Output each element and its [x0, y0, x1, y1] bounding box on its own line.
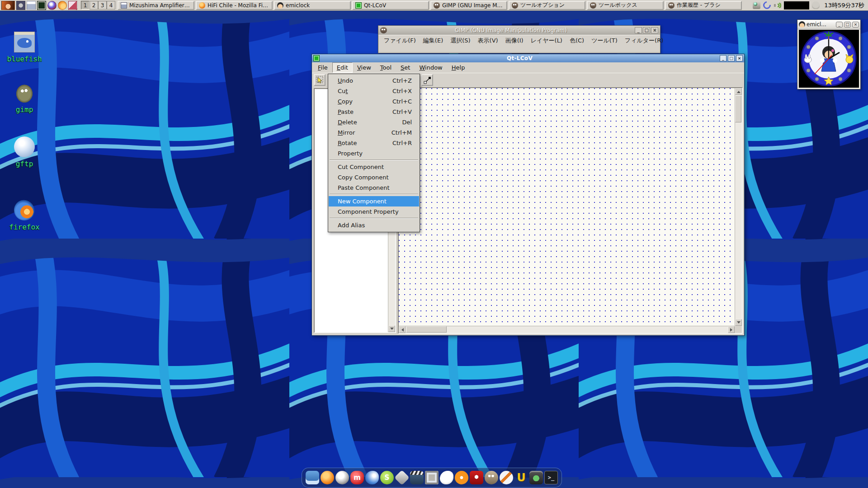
menu-item-undo[interactable]: UndoCtrl+Z — [329, 75, 419, 86]
blob-launcher-icon[interactable] — [16, 1, 25, 10]
workspace-1[interactable]: 1 — [81, 1, 90, 9]
gimp-menu-r[interactable]: フィルター(R) — [621, 35, 667, 46]
line-wire-tool-button[interactable] — [421, 74, 433, 86]
volume-icon[interactable] — [774, 1, 781, 9]
dock-icon-gimp[interactable] — [485, 471, 498, 484]
dock-icon-inkscape[interactable] — [394, 470, 410, 485]
menu-item-component-property[interactable]: Component Property — [329, 206, 419, 217]
dock-icon-screen[interactable] — [425, 471, 439, 484]
gimp-minimize-button[interactable]: _ — [635, 27, 642, 33]
menu-item-new-component[interactable]: New Component — [329, 196, 419, 206]
tray-black-panel[interactable] — [784, 1, 809, 9]
dock-icon-globe[interactable] — [335, 471, 349, 484]
gimp-menu-s[interactable]: 選択(S) — [447, 35, 474, 46]
gimp-menu-e[interactable]: 編集(E) — [420, 35, 447, 46]
qt-menu-window[interactable]: Window — [415, 62, 447, 73]
gimp-menu-i[interactable]: 画像(I) — [502, 35, 527, 46]
canvas-horizontal-scrollbar[interactable] — [399, 326, 735, 333]
qt-menu-file[interactable]: File — [313, 62, 332, 73]
workspace-2[interactable]: 2 — [90, 1, 98, 9]
qt-titlebar[interactable]: Qt-LCoV _ □ × — [312, 54, 744, 62]
dock-icon-skype[interactable]: S — [380, 471, 394, 484]
taskbar-button-[interactable]: ツールオプション — [509, 1, 585, 10]
qt-close-button[interactable]: × — [736, 55, 743, 61]
menu-item-add-alias[interactable]: Add Alias — [329, 220, 419, 230]
desktop-icon-gimp[interactable]: gimp — [2, 82, 47, 114]
menu-item-copy-component[interactable]: Copy Component — [329, 172, 419, 183]
menu-item-delete[interactable]: DeleteDel — [329, 117, 419, 127]
gimp-maximize-button[interactable]: □ — [643, 27, 650, 33]
dock-icon-paintbrush[interactable] — [500, 471, 513, 484]
dock-icon-bluefish[interactable] — [365, 471, 379, 484]
taskbar-button-gimp-gnu-image-mani[interactable]: GIMP (GNU Image Mani... — [430, 1, 507, 10]
canvas-vertical-scrollbar[interactable] — [735, 88, 742, 326]
qt-maximize-button[interactable]: □ — [728, 55, 735, 61]
canvas-hscroll-thumb[interactable] — [406, 326, 447, 333]
notification-icon[interactable] — [812, 1, 820, 9]
pointer-select-tool-button[interactable] — [314, 74, 326, 86]
gimp-menu-f[interactable]: ファイル(F) — [380, 35, 420, 46]
taskbar-button-[interactable]: ツールボックス — [587, 1, 664, 10]
gimp-close-button[interactable]: × — [651, 27, 658, 33]
canvas-dot-grid[interactable] — [399, 88, 735, 326]
menu-item-property[interactable]: Property — [329, 148, 419, 159]
qt-menu-set[interactable]: Set — [396, 62, 415, 73]
window-launcher-icon[interactable] — [27, 1, 36, 10]
start-launcher-icon[interactable] — [1, 1, 15, 10]
package-launcher-icon[interactable] — [68, 1, 77, 10]
dock-icon-clapperboard[interactable] — [410, 471, 424, 484]
qt-lcov-window[interactable]: Qt-LCoV _ □ × FileEditViewToolSetWindowH… — [311, 54, 745, 336]
gimp-window[interactable]: GIMP (GNU Image Manipulation Program) _ … — [378, 25, 660, 53]
emiclock-maximize-button[interactable]: □ — [844, 22, 851, 28]
input-method-icon[interactable] — [753, 1, 760, 9]
panel-scroll-down-button[interactable] — [388, 325, 395, 332]
taskbar-button-qt-lcov[interactable]: Qt-LCoV — [352, 1, 429, 10]
workspace-3[interactable]: 3 — [98, 1, 107, 9]
gimp-titlebar[interactable]: GIMP (GNU Image Manipulation Program) _ … — [378, 26, 660, 35]
taskbar-button-[interactable]: 作業履歴 - ブラシ — [665, 1, 742, 10]
dock-icon-drawer[interactable] — [306, 471, 319, 484]
gimp-menu-c[interactable]: 色(C) — [566, 35, 588, 46]
menu-item-mirror[interactable]: MirrorCtrl+M — [329, 127, 419, 138]
firefox-launcher-icon[interactable] — [58, 1, 67, 10]
menu-item-cut-component[interactable]: Cut Component — [329, 162, 419, 172]
planet-launcher-icon[interactable] — [47, 1, 57, 10]
schematic-canvas[interactable] — [398, 87, 743, 334]
dock-icon-mplayer[interactable]: m — [350, 471, 364, 484]
scim-swirl-icon[interactable] — [762, 0, 773, 10]
taskbar-button-hifi-chile-mozilla-fir[interactable]: HiFi Chile - Mozilla Fir... — [196, 1, 273, 10]
canvas-scroll-up-button[interactable] — [735, 88, 742, 95]
gimp-menu-l[interactable]: レイヤー(L) — [527, 35, 566, 46]
dock-icon-acrobat[interactable] — [470, 471, 483, 484]
emiclock-window[interactable]: emicl... _ □ × — [797, 19, 861, 89]
taskbar-button-emiclock[interactable]: emiclock — [274, 1, 351, 10]
qt-menu-tool[interactable]: Tool — [376, 62, 396, 73]
menu-item-cut[interactable]: CutCtrl+X — [329, 86, 419, 96]
gimp-menu-t[interactable]: ツール(T) — [588, 35, 621, 46]
menu-item-copy[interactable]: CopyCtrl+C — [329, 96, 419, 107]
dock-icon-film[interactable] — [529, 471, 543, 484]
menu-item-paste-component[interactable]: Paste Component — [329, 183, 419, 193]
menu-item-paste[interactable]: PasteCtrl+V — [329, 107, 419, 117]
canvas-scroll-left-button[interactable] — [399, 326, 406, 333]
desktop-icon-bluefish[interactable]: bluefish — [2, 32, 47, 63]
qt-menu-view[interactable]: View — [353, 62, 376, 73]
dock-icon-terminal[interactable]: >_ — [544, 471, 558, 484]
emiclock-titlebar[interactable]: emicl... _ □ × — [797, 20, 860, 29]
canvas-scroll-down-button[interactable] — [735, 319, 742, 326]
canvas-scroll-right-button[interactable] — [728, 326, 735, 333]
menu-item-rotate[interactable]: RotateCtrl+R — [329, 138, 419, 148]
emiclock-minimize-button[interactable]: _ — [836, 22, 843, 28]
canvas-vscroll-thumb[interactable] — [735, 95, 741, 122]
qt-minimize-button[interactable]: _ — [720, 55, 726, 61]
dock-icon-yellow-u[interactable]: U — [514, 471, 528, 484]
dock-icon-firefox[interactable] — [321, 471, 334, 484]
qt-menu-edit[interactable]: Edit — [332, 62, 353, 73]
terminal-launcher-icon[interactable] — [37, 1, 46, 10]
desktop-icon-firefox[interactable]: firefox — [2, 200, 47, 231]
qt-menu-help[interactable]: Help — [447, 62, 470, 73]
desktop-icon-gftp[interactable]: gftp — [2, 136, 47, 168]
gimp-menu-v[interactable]: 表示(V) — [474, 35, 502, 46]
dock-icon-horse[interactable] — [440, 471, 453, 484]
dock-icon-blender[interactable] — [455, 471, 468, 484]
